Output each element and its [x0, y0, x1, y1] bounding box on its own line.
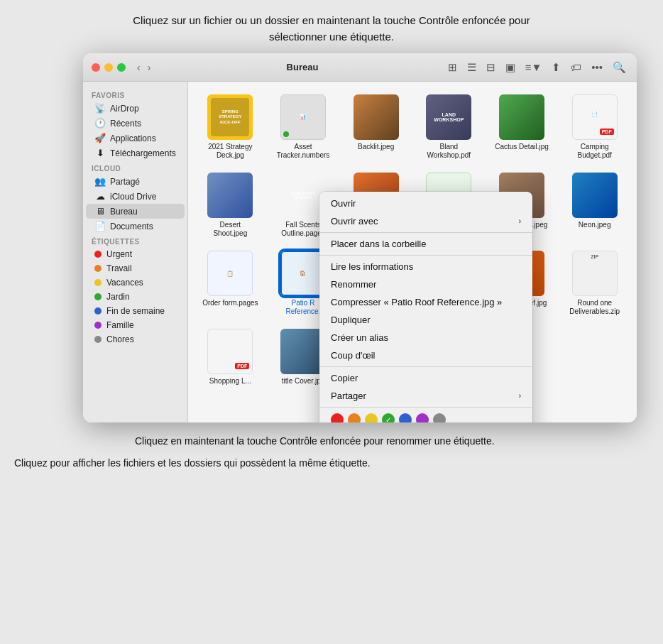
file-item-desert[interactable]: Desert Shoot.jpeg	[197, 168, 264, 241]
applications-icon: 🚀	[94, 133, 106, 143]
sidebar-item-partage[interactable]: 👥 Partagé	[86, 174, 185, 189]
sidebar-item-travail[interactable]: Travail	[86, 261, 185, 275]
file-item-camping[interactable]: PDF 📄 Camping Budget.pdf	[561, 90, 628, 163]
ctx-arrow-ouvrir: ›	[519, 217, 521, 225]
sidebar-item-famille[interactable]: Famille	[86, 318, 185, 332]
icon-list[interactable]: ☰	[465, 60, 478, 75]
file-thumb-roundone: ZIP	[572, 251, 618, 296]
sidebar-item-documents[interactable]: 📄 Documents	[86, 219, 185, 234]
sidebar-item-icloud-drive[interactable]: ☁ iCloud Drive	[86, 189, 185, 204]
file-label-bland: Bland Workshop.pdf	[420, 143, 477, 160]
icon-more[interactable]: •••	[589, 60, 605, 75]
annotations-bottom-area: Cliquez en maintenant la touche Contrôle…	[0, 427, 663, 453]
file-thumb-asset: 📊	[280, 94, 326, 140]
ctx-color-yellow[interactable]	[365, 413, 378, 422]
ctx-sep-1	[319, 232, 532, 233]
file-label-backlit: Backlit.jpeg	[358, 143, 394, 151]
file-item-cactus[interactable]: Cactus Detail.jpg	[488, 90, 556, 163]
minimize-button[interactable]	[104, 63, 113, 72]
ctx-color-red[interactable]	[331, 413, 344, 422]
file-thumb-strategy: SPRINGSTRATEGYKICK-OFF	[207, 94, 253, 140]
sidebar-item-vacances[interactable]: Vacances	[86, 275, 185, 290]
file-label-titlecover: title Cover.jpg	[282, 377, 325, 386]
file-item-roundone[interactable]: ZIP Round one Deliverables.zip	[561, 246, 628, 319]
file-item-strategy[interactable]: SPRINGSTRATEGYKICK-OFF 2021 Strategy Dec…	[197, 90, 264, 163]
icon-tag[interactable]: 🏷	[569, 60, 583, 75]
ctx-color-orange[interactable]	[348, 413, 361, 422]
maximize-button[interactable]	[117, 63, 126, 72]
file-thumb-cactus	[499, 94, 544, 140]
file-thumb-orderform: 📋	[207, 251, 253, 296]
nav-buttons: ‹ ›	[134, 60, 153, 75]
sidebar-item-chores[interactable]: Chores	[86, 332, 185, 346]
file-item-orderform[interactable]: 📋 Order form.pages	[197, 246, 264, 319]
ctx-color-green[interactable]: ✓	[382, 413, 395, 422]
sidebar-item-findesemaine[interactable]: Fin de semaine	[86, 304, 185, 318]
close-button[interactable]	[92, 63, 100, 72]
sidebar-item-jardin[interactable]: Jardin	[86, 290, 185, 304]
ctx-lire[interactable]: Lire les informations	[319, 258, 532, 275]
file-label-desert: Desert Shoot.jpeg	[202, 221, 258, 238]
ctx-coup-doeil[interactable]: Coup d'œil	[319, 346, 532, 364]
traffic-lights	[92, 63, 126, 72]
airdrop-icon: 📡	[94, 103, 106, 114]
icon-gallery[interactable]: ▣	[503, 60, 517, 75]
partage-icon: 👥	[94, 176, 106, 187]
documents-icon: 📄	[94, 221, 106, 231]
file-label-strategy: 2021 Strategy Deck.jpg	[202, 143, 258, 160]
sidebar-item-downloads[interactable]: ⬇ Téléchargements	[86, 146, 185, 160]
ctx-color-gray[interactable]	[433, 413, 446, 422]
travail-dot	[94, 265, 102, 272]
file-thumb-shopping: PDF	[207, 329, 253, 374]
file-label-orderform: Order form.pages	[202, 299, 258, 307]
file-item-neon[interactable]: Neon.jpeg	[561, 168, 628, 241]
ctx-placer[interactable]: Placer dans la corbeille	[319, 235, 532, 253]
icon-share[interactable]: ⬆	[549, 60, 563, 75]
forward-button[interactable]: ›	[145, 60, 154, 75]
icon-column[interactable]: ⊟	[484, 60, 498, 75]
sidebar-item-urgent[interactable]: Urgent	[86, 247, 185, 261]
icon-sort[interactable]: ≡▼	[523, 60, 544, 75]
icon-search[interactable]: 🔍	[610, 60, 628, 75]
sidebar-section-etiquettes: Étiquettes	[83, 234, 187, 247]
context-menu: Ouvrir Ouvrir avec › Placer dans la corb…	[319, 192, 532, 422]
ctx-colors-row: ✓	[319, 410, 532, 422]
sidebar-item-bureau[interactable]: 🖥 Bureau	[86, 204, 185, 219]
icon-grid[interactable]: ⊞	[446, 60, 459, 75]
title-bar: ‹ › Bureau ⊞ ☰ ⊟ ▣ ≡▼ ⬆ 🏷 ••• 🔍	[83, 53, 637, 82]
ctx-dupliquer[interactable]: Dupliquer	[319, 311, 532, 329]
famille-dot	[94, 322, 102, 329]
finder-window: ‹ › Bureau ⊞ ☰ ⊟ ▣ ≡▼ ⬆ 🏷 ••• 🔍 Favoris …	[83, 53, 637, 422]
window-title: Bureau	[159, 62, 445, 72]
back-button[interactable]: ‹	[134, 60, 143, 75]
file-thumb-bland: LANDWORKSHOP	[426, 94, 471, 140]
ctx-compresser[interactable]: Compresser « Patio Roof Reference.jpg »	[319, 293, 532, 311]
ctx-renommer[interactable]: Renommer	[319, 275, 532, 293]
file-item-backlit[interactable]: Backlit.jpeg	[342, 90, 410, 163]
file-item-bland[interactable]: LANDWORKSHOP Bland Workshop.pdf	[415, 90, 483, 163]
ctx-color-blue[interactable]	[399, 413, 412, 422]
file-item-shopping[interactable]: PDF Shopping L...	[197, 324, 264, 397]
sidebar-item-recents[interactable]: 🕐 Récents	[86, 116, 185, 131]
file-label-neon: Neon.jpeg	[579, 221, 611, 229]
file-thumb-backlit	[354, 94, 399, 140]
annotation-top: Cliquez sur un fichier ou un dossier en …	[0, 0, 663, 53]
file-thumb-neon	[572, 173, 618, 218]
ctx-color-purple[interactable]	[416, 413, 429, 422]
sidebar-item-applications[interactable]: 🚀 Applications	[86, 131, 185, 146]
file-thumb-desert	[207, 173, 253, 218]
ctx-partager[interactable]: Partager ›	[319, 387, 532, 405]
ctx-creer-alias[interactable]: Créer un alias	[319, 329, 532, 346]
file-label-asset: Asset Tracker.numbers	[275, 143, 332, 160]
ctx-sep-2	[319, 255, 532, 256]
sidebar-section-icloud: iCloud	[83, 160, 187, 174]
ctx-ouvrir-avec[interactable]: Ouvrir avec ›	[319, 212, 532, 230]
file-item-asset[interactable]: 📊 Asset Tracker.numbers	[270, 90, 337, 163]
file-label-camping: Camping Budget.pdf	[566, 143, 623, 160]
sidebar-item-airdrop[interactable]: 📡 AirDrop	[86, 101, 185, 116]
ctx-ouvrir[interactable]: Ouvrir	[319, 195, 532, 212]
jardin-dot	[94, 293, 102, 300]
ctx-copier[interactable]: Copier	[319, 369, 532, 387]
annotation-bottom2: Cliquez pour afficher les fichiers et le…	[0, 453, 663, 476]
file-area: SPRINGSTRATEGYKICK-OFF 2021 Strategy Dec…	[188, 82, 637, 422]
